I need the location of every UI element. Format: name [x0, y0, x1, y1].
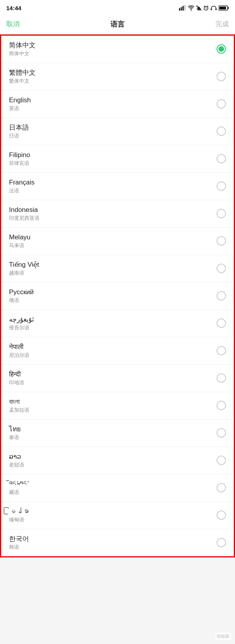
- radio-button[interactable]: [217, 456, 226, 465]
- lang-native-name: বাংলা: [9, 398, 29, 406]
- svg-rect-3: [184, 5, 186, 11]
- lang-chinese-name: 泰语: [9, 434, 21, 441]
- lang-chinese-name: 简体中文: [9, 51, 36, 57]
- list-item[interactable]: Tiếng Việt越南语: [1, 255, 234, 282]
- svg-line-9: [204, 6, 205, 7]
- lang-chinese-name: 越南语: [9, 270, 39, 277]
- lang-chinese-name: 繁体中文: [9, 78, 36, 85]
- lang-native-name: Français: [9, 178, 34, 187]
- list-item[interactable]: नेपाली尼泊尔语: [1, 337, 234, 365]
- list-item[interactable]: ئۇيغۇرچە维吾尔语: [1, 310, 234, 337]
- lang-native-name: English: [9, 96, 31, 105]
- lang-chinese-name: 韩语: [9, 544, 29, 551]
- lang-chinese-name: 英语: [9, 105, 31, 112]
- watermark: 智能家: [215, 633, 231, 640]
- list-item[interactable]: English英语: [1, 90, 234, 118]
- svg-rect-0: [179, 8, 180, 11]
- lang-native-name: Melayu: [9, 233, 31, 242]
- battery-icon: [219, 5, 229, 11]
- radio-button[interactable]: [217, 318, 226, 328]
- page-title: 语言: [110, 20, 125, 29]
- status-icons: [179, 5, 229, 11]
- svg-rect-14: [228, 7, 229, 9]
- radio-button[interactable]: [217, 154, 226, 163]
- radio-button[interactable]: [217, 483, 226, 492]
- svg-rect-15: [219, 7, 226, 9]
- lang-native-name: हिन्दी: [9, 370, 24, 379]
- lang-chinese-name: 印地语: [9, 380, 24, 386]
- lang-chinese-name: 缅甸语: [9, 517, 29, 523]
- mute-icon: [196, 5, 201, 11]
- signal-icon: [179, 5, 186, 11]
- lang-native-name: Indonesia: [9, 206, 40, 214]
- lang-chinese-name: 俄语: [9, 297, 34, 304]
- svg-rect-1: [181, 7, 182, 11]
- list-item[interactable]: हिन्दी印地语: [1, 365, 234, 392]
- lang-chinese-name: 尼泊尔语: [9, 352, 29, 359]
- lang-native-name: ئۇيغۇرچە: [9, 315, 34, 324]
- lang-native-name: Tiếng Việt: [9, 260, 39, 269]
- lang-native-name: 日本語: [9, 123, 29, 132]
- headphone-icon: [211, 5, 217, 11]
- status-time: 14:44: [6, 5, 21, 11]
- radio-button[interactable]: [217, 264, 226, 273]
- lang-chinese-name: 印度尼西亚语: [9, 215, 40, 222]
- radio-button[interactable]: [217, 291, 226, 300]
- radio-button[interactable]: [217, 127, 226, 136]
- list-item[interactable]: Русский俄语: [1, 282, 234, 310]
- radio-button[interactable]: [217, 209, 226, 218]
- list-item[interactable]: Indonesia印度尼西亚语: [1, 200, 234, 228]
- lang-chinese-name: 孟加拉语: [9, 407, 29, 414]
- lang-chinese-name: 老挝语: [9, 462, 24, 469]
- lang-native-name: မြန်မာ: [9, 507, 29, 516]
- radio-button[interactable]: [217, 510, 226, 520]
- list-item[interactable]: 日本語日语: [1, 118, 234, 145]
- lang-native-name: བོད་སྐད་: [9, 480, 30, 488]
- radio-button[interactable]: [217, 401, 226, 410]
- lang-native-name: Filipino: [9, 151, 30, 159]
- alarm-icon: [203, 5, 209, 11]
- radio-button[interactable]: [217, 538, 226, 547]
- list-item[interactable]: 繁體中文繁体中文: [1, 63, 234, 90]
- svg-rect-11: [211, 8, 212, 10]
- lang-chinese-name: 日语: [9, 133, 29, 139]
- lang-native-name: नेपाली: [9, 343, 29, 351]
- list-item[interactable]: မြန်မာ缅甸语: [1, 502, 234, 529]
- list-item[interactable]: 한국어韩语: [1, 529, 234, 556]
- lang-chinese-name: 藏语: [9, 489, 30, 496]
- status-bar: 14:44: [0, 0, 235, 14]
- lang-native-name: ລາວ: [9, 452, 24, 461]
- svg-line-10: [207, 6, 208, 7]
- list-item[interactable]: Français法语: [1, 173, 234, 200]
- radio-button[interactable]: [217, 44, 226, 54]
- radio-button[interactable]: [217, 373, 226, 383]
- lang-chinese-name: 马来语: [9, 242, 31, 249]
- cancel-button[interactable]: 取消: [6, 20, 20, 29]
- list-item[interactable]: Filipino菲律宾语: [1, 145, 234, 173]
- radio-button[interactable]: [217, 428, 226, 438]
- list-item[interactable]: ไทย泰语: [1, 420, 234, 447]
- radio-button[interactable]: [217, 99, 226, 109]
- radio-button[interactable]: [217, 236, 226, 246]
- svg-rect-5: [198, 7, 200, 9]
- lang-native-name: 繁體中文: [9, 69, 36, 77]
- lang-chinese-name: 法语: [9, 188, 34, 194]
- radio-button[interactable]: [217, 181, 226, 191]
- language-list: 简体中文简体中文繁體中文繁体中文English英语日本語日语Filipino菲律…: [0, 34, 235, 557]
- nav-bar: 取消 语言 完成: [0, 14, 235, 34]
- list-item[interactable]: 简体中文简体中文: [1, 36, 234, 63]
- radio-button[interactable]: [217, 346, 226, 355]
- svg-rect-12: [215, 8, 217, 10]
- list-item[interactable]: Melayu马来语: [1, 228, 234, 255]
- wifi-icon: [188, 5, 194, 11]
- list-item[interactable]: বাংলা孟加拉语: [1, 392, 234, 420]
- lang-native-name: 한국어: [9, 535, 29, 543]
- radio-button[interactable]: [217, 72, 226, 81]
- done-button[interactable]: 完成: [215, 20, 229, 29]
- list-item[interactable]: ລາວ老挝语: [1, 447, 234, 474]
- lang-chinese-name: 维吾尔语: [9, 325, 34, 331]
- list-item[interactable]: བོད་སྐད་藏语: [1, 474, 234, 502]
- lang-native-name: Русский: [9, 288, 34, 297]
- lang-native-name: ไทย: [9, 425, 21, 434]
- lang-chinese-name: 菲律宾语: [9, 160, 30, 167]
